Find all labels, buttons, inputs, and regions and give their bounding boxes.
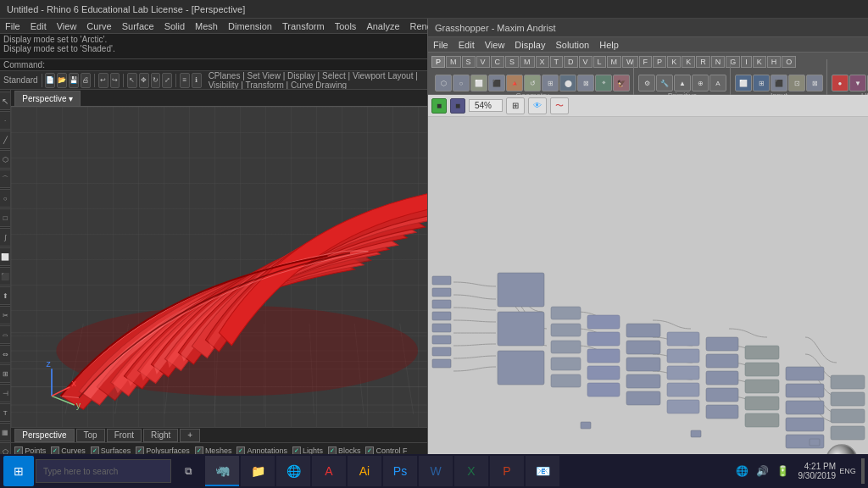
snap-lights[interactable]: ✓ Lights: [292, 446, 323, 455]
gh-prim-btn3[interactable]: ▲: [674, 75, 691, 92]
tool-poly[interactable]: ⬡: [0, 150, 11, 169]
toolbar-save-btn[interactable]: 💾: [69, 73, 79, 88]
taskbar-app-outlook[interactable]: 📧: [526, 456, 559, 486]
gh-menu-file[interactable]: File: [431, 40, 450, 50]
show-desktop-btn[interactable]: [861, 458, 865, 484]
taskbar-app-autocad[interactable]: A: [312, 456, 346, 486]
menu-solid[interactable]: Solid: [163, 21, 186, 31]
vp-tab-top[interactable]: Top: [76, 429, 105, 442]
toolbar-undo-btn[interactable]: ↩: [98, 73, 108, 88]
tool-text[interactable]: T: [0, 403, 11, 422]
gh-menu-display[interactable]: Display: [513, 40, 547, 50]
gh-menu-help[interactable]: Help: [598, 40, 620, 50]
toolbar-layer-btn[interactable]: ≡: [180, 73, 190, 88]
vp-tab-front[interactable]: Front: [107, 429, 142, 442]
gh-menu-view[interactable]: View: [483, 40, 507, 50]
gh-geo-btn10[interactable]: ⌖: [595, 75, 612, 92]
tool-extrude[interactable]: ⬆: [0, 286, 11, 305]
tool-select[interactable]: ↖: [0, 92, 11, 110]
gh-geo-btn7[interactable]: ⊞: [542, 75, 559, 92]
menu-mesh[interactable]: Mesh: [193, 21, 220, 31]
toolbar-scale-btn[interactable]: ⤢: [162, 73, 172, 88]
snap-control-cb[interactable]: ✓: [365, 446, 374, 455]
menu-curve[interactable]: Curve: [85, 21, 113, 31]
tool-fillet[interactable]: ⌓: [0, 325, 11, 344]
tool-trim[interactable]: ✂: [0, 306, 11, 324]
search-box[interactable]: Type here to search: [36, 459, 171, 483]
toolbar-rotate-btn[interactable]: ↻: [151, 73, 161, 88]
taskbar-app-powerpoint[interactable]: P: [490, 456, 524, 486]
toolbar-redo-btn[interactable]: ↪: [110, 73, 120, 88]
taskbar-app-chrome[interactable]: 🌐: [276, 456, 310, 486]
gh-geo-btn11[interactable]: 🦅: [613, 75, 630, 92]
toolbar-move-btn[interactable]: ✥: [139, 73, 149, 88]
menu-tools[interactable]: Tools: [333, 21, 359, 31]
gh-geo-btn5[interactable]: 🔺: [506, 75, 523, 92]
snap-curves[interactable]: ✓ Curves: [51, 446, 86, 455]
snap-ann-cb[interactable]: ✓: [236, 446, 245, 455]
snap-control[interactable]: ✓ Control F: [365, 446, 407, 455]
menu-view[interactable]: View: [55, 21, 79, 31]
snap-lights-cb[interactable]: ✓: [292, 446, 301, 455]
gh-prim-btn1[interactable]: ⚙: [638, 75, 655, 92]
gh-preview-btn[interactable]: 👁: [528, 97, 547, 114]
gh-geo-btn9[interactable]: ⊠: [577, 75, 594, 92]
taskbar-app-photoshop[interactable]: Ps: [383, 456, 417, 486]
snap-blocks[interactable]: ✓ Blocks: [328, 446, 361, 455]
snap-blocks-cb[interactable]: ✓: [328, 446, 337, 455]
vp-tab-perspective[interactable]: Perspective: [14, 429, 74, 442]
taskbar-app-rhino[interactable]: 🦏: [205, 456, 239, 486]
toolbar-props-btn[interactable]: ℹ: [192, 73, 202, 88]
snap-meshes-cb[interactable]: ✓: [195, 446, 203, 455]
tool-offset[interactable]: ⊞: [0, 364, 11, 383]
tray-volume[interactable]: 🔊: [754, 463, 771, 480]
gh-geo-btn8[interactable]: ⬤: [559, 75, 576, 92]
gh-util-btn1[interactable]: ●: [832, 75, 849, 92]
gh-zoom-fit-btn[interactable]: ⊞: [506, 97, 525, 114]
task-view-btn[interactable]: ⧉: [173, 456, 203, 486]
gh-menu-solution[interactable]: Solution: [554, 40, 591, 50]
snap-poly-cb[interactable]: ✓: [136, 446, 144, 455]
gh-input-btn1[interactable]: ⬜: [735, 75, 752, 92]
gh-geo-btn6[interactable]: ↺: [524, 75, 541, 92]
snap-surfaces[interactable]: ✓ Surfaces: [91, 446, 131, 455]
tool-curve[interactable]: ∫: [0, 228, 11, 247]
gh-wire-btn[interactable]: 〜: [550, 97, 569, 114]
snap-polysurfaces[interactable]: ✓ Polysurfaces: [136, 446, 190, 455]
tool-dimension[interactable]: ⊣: [0, 384, 11, 402]
gh-geo-btn1[interactable]: ⬡: [435, 75, 452, 92]
gh-input-btn5[interactable]: ⊠: [806, 75, 823, 92]
tray-network[interactable]: 🌐: [734, 463, 751, 480]
snap-points-cb[interactable]: ✓: [14, 446, 23, 455]
gh-geo-btn4[interactable]: ⬛: [488, 75, 505, 92]
toolbar-new-btn[interactable]: 📄: [45, 73, 55, 88]
taskbar-app-excel[interactable]: X: [454, 456, 488, 486]
start-button[interactable]: ⊞: [3, 456, 34, 486]
gh-util-btn2[interactable]: ▼: [849, 75, 866, 92]
toolbar-open-btn[interactable]: 📂: [57, 73, 67, 88]
tool-solid[interactable]: ⬛: [0, 267, 11, 286]
snap-meshes[interactable]: ✓ Meshes: [195, 446, 232, 455]
gh-canvas[interactable]: ■ ■ 54% ⊞ 👁 〜 ⚙ ● ● ● ● ●: [428, 95, 868, 488]
menu-transform[interactable]: Transform: [281, 21, 326, 31]
gh-prim-btn4[interactable]: ⊕: [692, 75, 709, 92]
gh-input-btn3[interactable]: ⬛: [771, 75, 787, 92]
gh-input-btn2[interactable]: ⊞: [753, 75, 770, 92]
tool-point[interactable]: ·: [0, 111, 11, 130]
taskbar-app-file[interactable]: 📁: [241, 456, 275, 486]
rhino-3d-viewport[interactable]: z y x: [11, 107, 427, 427]
snap-surfaces-cb[interactable]: ✓: [91, 446, 99, 455]
tray-battery[interactable]: 🔋: [775, 463, 792, 480]
snap-annotations[interactable]: ✓ Annotations: [236, 446, 287, 455]
viewport-tab-perspective[interactable]: Perspective ▾: [14, 91, 81, 106]
gh-prim-btn2[interactable]: 🔧: [656, 75, 673, 92]
taskbar-app-word[interactable]: W: [419, 456, 453, 486]
gh-input-btn4[interactable]: ⊡: [788, 75, 805, 92]
gh-prim-btn5[interactable]: A: [709, 75, 726, 92]
gh-geo-btn3[interactable]: ⬜: [470, 75, 487, 92]
snap-points[interactable]: ✓ Points: [14, 446, 46, 455]
gh-geo-btn2[interactable]: ○: [453, 75, 470, 92]
menu-edit[interactable]: Edit: [29, 21, 48, 31]
tool-arc[interactable]: ⌒: [0, 169, 11, 188]
toolbar-select-btn[interactable]: ↖: [127, 73, 137, 88]
